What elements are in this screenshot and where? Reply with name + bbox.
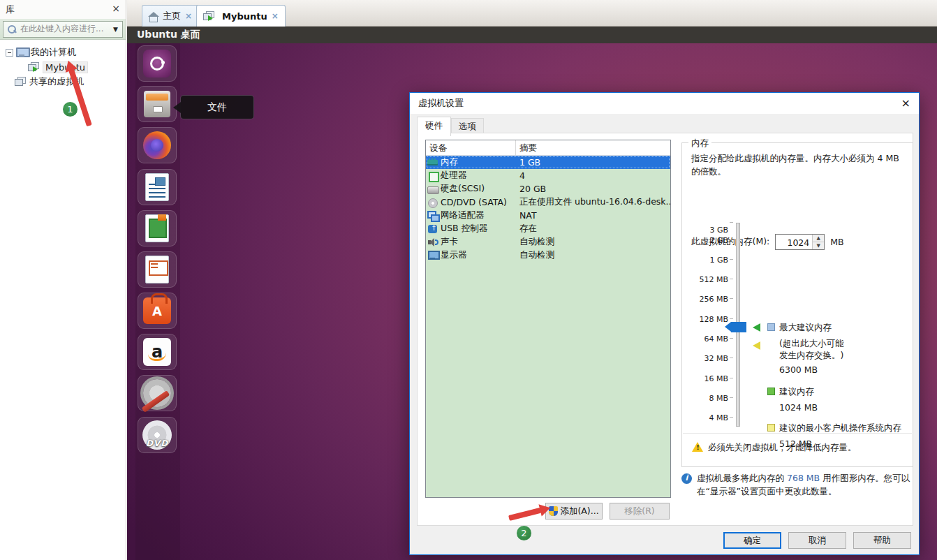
help-button[interactable]: 帮助 — [853, 532, 911, 549]
memory-warning-text: 必须先关闭虚拟机，才能降低内存量。 — [708, 442, 857, 466]
recommended-memory-marker-icon — [753, 323, 760, 332]
table-row-hard-disk[interactable]: 硬盘(SCSI) 20 GB — [426, 182, 670, 196]
table-row-display[interactable]: 显示器 自动检测 — [426, 249, 670, 262]
home-icon — [149, 12, 158, 21]
memory-icon — [427, 158, 438, 168]
minimum-memory-marker-icon — [753, 341, 760, 350]
tree-item-shared-vms[interactable]: 共享的虚拟机 — [0, 75, 126, 89]
library-close-icon[interactable]: × — [112, 3, 120, 14]
library-search-strip: 在此处键入内容进行... ▼ — [0, 19, 126, 40]
cancel-button[interactable]: 取消 — [788, 532, 846, 549]
system-settings-icon[interactable] — [138, 375, 177, 411]
dialog-close-icon[interactable]: × — [901, 96, 910, 110]
ok-button[interactable]: 确定 — [723, 532, 781, 549]
tick-label: 32 MB — [686, 354, 728, 363]
tick-label: 3 GB — [686, 226, 728, 235]
tab-strip: 主页 × Mybuntu × — [127, 0, 937, 27]
tick-label: 4 MB — [686, 413, 728, 422]
vmware-window: 库 × 在此处键入内容进行... ▼ 我的计算机 Mybuntu 共享的虚拟机 — [0, 0, 937, 560]
ubuntu-software-icon[interactable]: A — [138, 293, 177, 329]
usb-controller-icon — [427, 224, 438, 234]
tree-label-my-computer: 我的计算机 — [31, 46, 76, 59]
tick-label: 256 MB — [686, 295, 728, 304]
dialog-titlebar[interactable]: 虚拟机设置 × — [410, 93, 919, 114]
column-header-summary[interactable]: 摘要 — [516, 140, 670, 155]
search-placeholder: 在此处键入内容进行... — [20, 23, 110, 35]
network-adapter-icon — [427, 211, 438, 221]
memory-group-legend: 内存 — [688, 138, 711, 149]
max-memory-note-1: (超出此大小可能 — [779, 338, 843, 350]
library-title: 库 — [6, 3, 15, 16]
annotation-step-1-badge: 1 — [63, 102, 78, 117]
column-header-device[interactable]: 设备 — [426, 140, 516, 155]
dvd-icon[interactable]: DVD — [138, 417, 177, 453]
dialog-title: 虚拟机设置 — [418, 97, 464, 110]
vm-icon — [28, 62, 39, 72]
libreoffice-calc-icon[interactable] — [138, 210, 177, 246]
firefox-icon[interactable] — [138, 127, 177, 163]
tree-item-my-computer[interactable]: 我的计算机 — [0, 45, 126, 59]
search-dropdown-icon[interactable]: ▼ — [113, 26, 118, 33]
graphics-memory-info-text: 虚拟机最多将此内存的 768 MB 用作图形内存。您可以在“显示器”设置页面中更… — [697, 472, 913, 499]
table-row-memory[interactable]: 内存 1 GB — [426, 156, 670, 169]
vm-console-title: Ubuntu 桌面 — [137, 29, 200, 41]
shared-vm-icon — [15, 77, 26, 87]
tab-mybuntu-label: Mybuntu — [222, 11, 267, 22]
recommended-memory-value: 1024 MB — [779, 402, 818, 414]
tick-label: 16 MB — [686, 374, 728, 383]
table-row-processors[interactable]: 处理器 4 — [426, 169, 670, 182]
max-memory-value: 6300 MB — [779, 364, 818, 376]
table-row-cd-dvd[interactable]: CD/DVD (SATA) 正在使用文件 ubuntu-16.04.6-desk… — [426, 196, 670, 209]
processor-icon — [427, 171, 438, 181]
tick-label: 2 GB — [686, 236, 728, 245]
tick-label: 128 MB — [686, 315, 728, 324]
files-icon[interactable] — [138, 86, 177, 122]
tab-home-close-icon[interactable]: × — [185, 11, 192, 21]
collapse-icon[interactable] — [6, 49, 13, 57]
libreoffice-impress-icon[interactable] — [138, 251, 177, 288]
launcher-tooltip: 文件 — [180, 95, 254, 119]
dialog-buttons: 确定 取消 帮助 — [723, 532, 911, 549]
launcher-tooltip-label: 文件 — [207, 101, 227, 114]
device-table: 设备 摘要 内存 1 GB 处理器 4 硬盘(SCSI) 20 GB CD/DV… — [425, 140, 671, 498]
table-row-usb-controller[interactable]: USB 控制器 存在 — [426, 222, 670, 235]
amazon-icon[interactable]: a — [138, 334, 177, 370]
annotation-step-2-badge: 2 — [517, 526, 531, 540]
tick-label: 1 GB — [686, 256, 728, 265]
memory-group: 内存 指定分配给此虚拟机的内存量。内存大小必须为 4 MB 的倍数。 此虚拟机的… — [681, 142, 913, 467]
computer-icon — [16, 47, 27, 57]
table-row-sound-card[interactable]: 声卡 自动检测 — [426, 235, 670, 249]
max-memory-legend-icon — [767, 323, 775, 331]
warning-icon — [692, 442, 703, 452]
max-memory-note-2: 发生内存交换。) — [779, 350, 843, 362]
vm-icon — [203, 11, 214, 21]
recommended-memory-label: 建议内存 — [779, 386, 814, 398]
tick-label: 64 MB — [686, 334, 728, 344]
memory-slider-zone: 3 GB 2 GB 1 GB 512 MB 256 MB 128 MB 64 M… — [682, 213, 914, 443]
display-icon — [427, 251, 438, 260]
add-button[interactable]: 添加(A)... — [545, 503, 603, 520]
tab-home-label: 主页 — [163, 10, 181, 22]
max-memory-label: 最大建议内存 — [779, 322, 832, 334]
remove-button[interactable]: 移除(R) — [610, 503, 670, 520]
library-header: 库 × — [0, 0, 126, 19]
tab-hardware[interactable]: 硬件 — [417, 117, 451, 136]
sound-card-icon — [427, 237, 438, 247]
ubuntu-dash-icon[interactable] — [138, 45, 177, 82]
tab-mybuntu[interactable]: Mybuntu × — [196, 5, 286, 27]
search-input[interactable]: 在此处键入内容进行... ▼ — [3, 21, 123, 38]
tab-mybuntu-close-icon[interactable]: × — [272, 11, 279, 21]
tick-label: 8 MB — [686, 394, 728, 403]
table-row-network-adapter[interactable]: 网络适配器 NAT — [426, 209, 670, 222]
vm-settings-dialog: 虚拟机设置 × 硬件 选项 设备 摘要 内存 1 GB 处理器 4 硬盘(SCS… — [409, 92, 920, 555]
graphics-memory-info: i 虚拟机最多将此内存的 768 MB 用作图形内存。您可以在“显示器”设置页面… — [681, 472, 913, 499]
library-panel: 库 × 在此处键入内容进行... ▼ 我的计算机 Mybuntu 共享的虚拟机 — [0, 0, 126, 560]
unity-launcher: A a DVD — [135, 43, 180, 560]
info-icon: i — [681, 473, 692, 484]
libreoffice-writer-icon[interactable] — [138, 169, 177, 205]
tick-label: 512 MB — [686, 275, 728, 284]
tab-home[interactable]: 主页 × — [142, 5, 199, 27]
memory-slider-handle[interactable] — [731, 322, 746, 332]
memory-description: 指定分配给此虚拟机的内存量。内存大小必须为 4 MB 的倍数。 — [691, 152, 901, 179]
search-icon — [8, 25, 16, 34]
